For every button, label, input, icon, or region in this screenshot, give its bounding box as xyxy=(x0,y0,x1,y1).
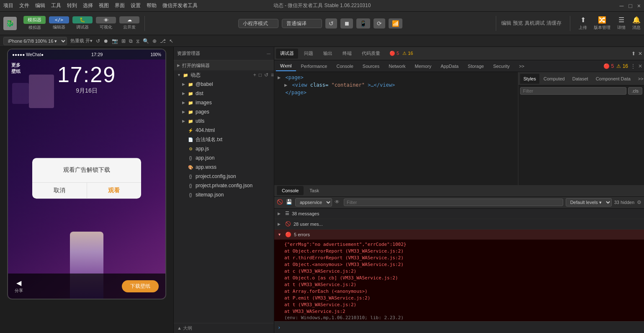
inspector-tab-security[interactable]: Security xyxy=(489,61,514,71)
tree-item-appjs[interactable]: ▶ ⚙ app.js xyxy=(174,144,274,153)
mode-select[interactable]: 小程序模式 插件模式 xyxy=(238,19,278,28)
tree-item-appwxss[interactable]: ▶ 🎨 app.wxss xyxy=(174,163,274,172)
devtools-tab-problems[interactable]: 问题 xyxy=(300,49,317,59)
grid-icon[interactable]: ⊞ xyxy=(121,38,126,44)
devtools-tab-output[interactable]: 输出 xyxy=(319,49,337,59)
messages-section-header[interactable]: ▶ ☰ 38 messages xyxy=(274,209,644,219)
tree-item-utils[interactable]: ▶ 📁 utils xyxy=(174,116,274,126)
clear-console-icon[interactable]: 🚫 xyxy=(277,199,283,206)
tree-item-babel[interactable]: ▶ 📁 @babel xyxy=(174,80,274,89)
menu-file[interactable]: 文件 xyxy=(19,2,29,9)
simulator-button[interactable]: 模拟器 xyxy=(23,16,46,24)
menu-project[interactable]: 项目 xyxy=(3,2,13,9)
layers-icon[interactable]: ⧖ xyxy=(136,38,139,44)
rotate-button[interactable]: ⟳ xyxy=(374,18,385,28)
tab-component-data[interactable]: Component Data xyxy=(592,74,634,84)
menu-select[interactable]: 选择 xyxy=(83,2,93,9)
devtools-tab-quality[interactable]: 代码质量 xyxy=(358,49,384,59)
tree-item-appjson[interactable]: ▶ {} app.json xyxy=(174,153,274,163)
device-select[interactable]: iPhone 6/7/8 100% 16 ▾ xyxy=(3,37,67,45)
search-icon-device[interactable]: 🔍 xyxy=(143,38,149,44)
refresh-icon[interactable]: ↺ xyxy=(96,38,100,44)
network-icon[interactable]: ⊕ xyxy=(152,38,157,44)
compile-select[interactable]: 普通编译 自定义编译 xyxy=(282,19,322,28)
tree-item-sitemap[interactable]: ▶ {} sitemap.json xyxy=(174,190,274,199)
editor-button[interactable]: </> xyxy=(49,16,69,23)
inspector-tab-sources[interactable]: Sources xyxy=(358,61,384,71)
cursor-icon[interactable]: ↖ xyxy=(169,38,173,44)
hot-reload-select[interactable]: 热重载 开▾ xyxy=(70,38,93,44)
maximize-button[interactable]: □ xyxy=(629,3,632,9)
project-root-item[interactable]: ▼ 📁 动态 + □ ↺ ≡ xyxy=(174,70,274,80)
detail-action[interactable]: ☰ 详情 xyxy=(617,16,626,31)
devtools-close-icon[interactable]: ✕ xyxy=(638,51,642,57)
errors-section-header[interactable]: ▼ 🔴 5 errors xyxy=(274,230,644,240)
tree-item-pages[interactable]: ▶ 📁 pages xyxy=(174,107,274,116)
close-button[interactable]: × xyxy=(637,3,641,9)
tree-item-domain[interactable]: ▶ 📄 合法域名.txt xyxy=(174,135,274,144)
record-icon[interactable]: ⏺ xyxy=(103,38,108,44)
inspector-tab-performance[interactable]: Performance xyxy=(297,61,332,71)
tab-computed[interactable]: Computed xyxy=(540,74,568,84)
menu-interface[interactable]: 界面 xyxy=(115,2,125,9)
phone-confirm-button[interactable]: 观看 xyxy=(87,183,142,199)
inspector-tab-memory[interactable]: Memory xyxy=(411,61,436,71)
menu-settings[interactable]: 设置 xyxy=(131,2,141,9)
menu-edit[interactable]: 编辑 xyxy=(35,2,45,9)
tree-item-projectconfig[interactable]: ▶ {} project.config.json xyxy=(174,172,274,181)
tab-styles[interactable]: Styles xyxy=(520,74,539,84)
explorer-menu-icon[interactable]: ··· xyxy=(267,51,270,56)
cls-button[interactable]: .cls xyxy=(628,87,643,95)
stop-button[interactable]: ⏹ xyxy=(340,18,353,28)
debug-button[interactable]: 🐛 xyxy=(72,16,93,23)
devtools-expand-icon[interactable]: ⬆ xyxy=(631,51,636,57)
collapse-icon[interactable]: ≡ xyxy=(271,72,274,78)
devtools-tab-terminal[interactable]: 终端 xyxy=(338,49,356,59)
inspector-tab-storage[interactable]: Storage xyxy=(464,61,488,71)
menu-help[interactable]: 帮助 xyxy=(147,2,157,9)
cloud-button[interactable]: ☁ xyxy=(119,16,139,23)
screenshot-icon[interactable]: 📷 xyxy=(112,38,118,44)
copy-icon[interactable]: ⧉ xyxy=(129,38,133,44)
inspector-tab-more[interactable]: >> xyxy=(515,61,528,71)
more-icon[interactable]: ⋮ xyxy=(631,63,636,69)
inspector-tab-network[interactable]: Network xyxy=(384,61,410,71)
add-file-icon[interactable]: + xyxy=(253,72,256,78)
html-line-page-close[interactable]: ▶ </page> xyxy=(278,89,515,96)
visual-button[interactable]: 👁 xyxy=(96,17,116,23)
tree-item-images[interactable]: ▶ 📁 images xyxy=(174,98,274,107)
menu-tool[interactable]: 工具 xyxy=(51,2,61,9)
menu-goto[interactable]: 转到 xyxy=(67,2,77,9)
tab-dataset[interactable]: Dataset xyxy=(569,74,592,84)
preserve-log-icon[interactable]: 💾 xyxy=(286,199,293,206)
devtools-tab-debugger[interactable]: 调试器 xyxy=(276,49,298,59)
inspector-tab-wxml[interactable]: Wxml xyxy=(276,61,296,71)
tree-item-privatejson[interactable]: ▶ {} project.private.config.json xyxy=(174,181,274,190)
console-tab[interactable]: Console xyxy=(277,186,304,195)
minimize-button[interactable]: ─ xyxy=(619,3,623,9)
tree-item-dist[interactable]: ▶ 📁 dist xyxy=(174,89,274,98)
wifi-button[interactable]: 📶 xyxy=(389,18,402,28)
appservice-select[interactable]: appservice xyxy=(295,198,332,207)
branch-icon[interactable]: ⎇ xyxy=(160,38,166,44)
html-line-view[interactable]: ▶ <view class= "container" >…</view> xyxy=(278,81,515,89)
add-folder-icon[interactable]: □ xyxy=(259,72,262,78)
task-tab[interactable]: Task xyxy=(304,186,324,195)
message-action[interactable]: 🔔 消息 xyxy=(632,16,641,31)
eye-icon[interactable]: 👁 xyxy=(335,199,341,206)
inspector-tab-appdata[interactable]: AppData xyxy=(436,61,463,71)
phone-cancel-button[interactable]: 取消 xyxy=(32,183,87,199)
styles-filter-input[interactable] xyxy=(520,87,626,95)
open-editors-section[interactable]: ▶ 打开的编辑器 xyxy=(174,60,274,70)
refresh-tree-icon[interactable]: ↺ xyxy=(264,72,268,78)
html-line-page[interactable]: ▶ <page> xyxy=(278,74,515,81)
user-messages-header[interactable]: ▶ 🚫 28 user mes... xyxy=(274,219,644,229)
tab-more-right[interactable]: >> xyxy=(635,74,644,84)
inspector-tab-console[interactable]: Console xyxy=(332,61,357,71)
phone-button[interactable]: 📱 xyxy=(356,18,370,28)
collapse-panel-icon[interactable]: ✕ xyxy=(638,63,642,69)
refresh-button[interactable]: ↺ xyxy=(325,18,337,28)
version-action[interactable]: 🔀 版本管理 xyxy=(594,16,611,31)
console-filter-input[interactable] xyxy=(344,199,563,206)
menu-view[interactable]: 视图 xyxy=(99,2,109,9)
